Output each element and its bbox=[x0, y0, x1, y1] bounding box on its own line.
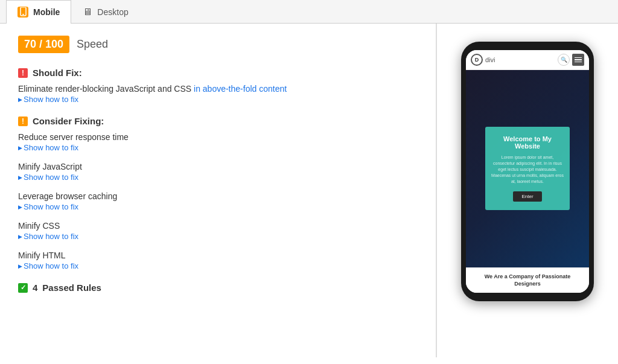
passed-label: Passed Rules bbox=[42, 283, 101, 293]
consider-show-how-2[interactable]: Show how to fix bbox=[18, 202, 418, 211]
tab-mobile[interactable]: Mobile bbox=[6, 0, 71, 24]
consider-show-how-0[interactable]: Show how to fix bbox=[18, 143, 418, 152]
divi-logo-letter: D bbox=[475, 57, 479, 63]
highlight-text: in above-the-fold content bbox=[194, 84, 287, 94]
hero-card: Welcome to My Website Lorem ipsum dolor … bbox=[485, 127, 570, 210]
tab-bar: Mobile 🖥 Desktop bbox=[0, 0, 618, 24]
phone-hero: Welcome to My Website Lorem ipsum dolor … bbox=[466, 70, 589, 267]
phone-nav: D divi 🔍 bbox=[466, 50, 589, 70]
right-panel: D divi 🔍 Welcome to My Website bbox=[437, 24, 618, 357]
phone-screen: D divi 🔍 Welcome to My Website bbox=[466, 50, 589, 293]
should-fix-item-0: Eliminate render-blocking JavaScript and… bbox=[18, 84, 418, 104]
consider-show-how-4[interactable]: Show how to fix bbox=[18, 261, 418, 270]
consider-item-1: Minify JavaScript Show how to fix bbox=[18, 162, 418, 182]
phone-search-icon: 🔍 bbox=[558, 54, 570, 66]
consider-title-4: Minify HTML bbox=[18, 251, 418, 260]
passed-count: 4 bbox=[33, 283, 37, 293]
passed-section: ✓ 4 Passed Rules bbox=[18, 283, 418, 293]
hero-text: Lorem ipsum dolor sit amet, consectetur … bbox=[491, 155, 564, 184]
left-panel: 70 / 100 Speed ! Should Fix: Eliminate r… bbox=[0, 24, 436, 357]
consider-item-3: Minify CSS Show how to fix bbox=[18, 221, 418, 241]
consider-title-1: Minify JavaScript bbox=[18, 162, 418, 171]
tab-mobile-label: Mobile bbox=[33, 7, 60, 17]
phone-nav-icons: 🔍 bbox=[558, 54, 584, 66]
should-fix-heading: Should Fix: bbox=[33, 68, 82, 78]
consider-item-4: Minify HTML Show how to fix bbox=[18, 251, 418, 270]
hero-title: Welcome to My Website bbox=[491, 135, 564, 150]
svg-rect-1 bbox=[22, 14, 24, 15]
consider-fixing-section: ! Consider Fixing: Reduce server respons… bbox=[18, 116, 418, 270]
should-fix-show-how-0[interactable]: Show how to fix bbox=[18, 95, 418, 104]
mobile-icon bbox=[18, 7, 28, 18]
tab-desktop-label: Desktop bbox=[97, 7, 128, 17]
should-fix-header: ! Should Fix: bbox=[18, 68, 418, 78]
divi-logo-name: divi bbox=[485, 56, 495, 63]
phone-mockup: D divi 🔍 Welcome to My Website bbox=[461, 42, 594, 301]
consider-show-how-3[interactable]: Show how to fix bbox=[18, 232, 418, 241]
consider-title-0: Reduce server response time bbox=[18, 132, 418, 142]
score-badge: 70 / 100 bbox=[18, 36, 69, 53]
consider-item-2: Leverage browser caching Show how to fix bbox=[18, 191, 418, 211]
should-fix-icon: ! bbox=[18, 68, 28, 78]
divi-logo-circle: D bbox=[471, 54, 483, 66]
score-section: 70 / 100 Speed bbox=[18, 36, 418, 53]
phone-menu-icon bbox=[572, 54, 584, 66]
phone-bottom: We Are a Company of Passionate Designers bbox=[466, 267, 589, 293]
consider-fixing-icon: ! bbox=[18, 117, 28, 126]
should-fix-section: ! Should Fix: Eliminate render-blocking … bbox=[18, 68, 418, 104]
consider-title-3: Minify CSS bbox=[18, 221, 418, 231]
consider-title-2: Leverage browser caching bbox=[18, 191, 418, 201]
desktop-icon: 🖥 bbox=[83, 7, 92, 18]
phone-logo: D divi bbox=[471, 54, 495, 66]
should-fix-title-0: Eliminate render-blocking JavaScript and… bbox=[18, 84, 418, 94]
hero-button: Enter bbox=[513, 191, 541, 202]
consider-show-how-1[interactable]: Show how to fix bbox=[18, 173, 418, 182]
consider-fixing-heading: Consider Fixing: bbox=[33, 116, 104, 126]
consider-fixing-header: ! Consider Fixing: bbox=[18, 116, 418, 126]
score-label: Speed bbox=[77, 38, 108, 51]
passed-icon: ✓ bbox=[18, 283, 28, 293]
main-layout: 70 / 100 Speed ! Should Fix: Eliminate r… bbox=[0, 24, 618, 357]
consider-item-0: Reduce server response time Show how to … bbox=[18, 132, 418, 152]
phone-bottom-title: We Are a Company of Passionate Designers bbox=[471, 273, 584, 288]
tab-desktop[interactable]: 🖥 Desktop bbox=[71, 0, 139, 24]
